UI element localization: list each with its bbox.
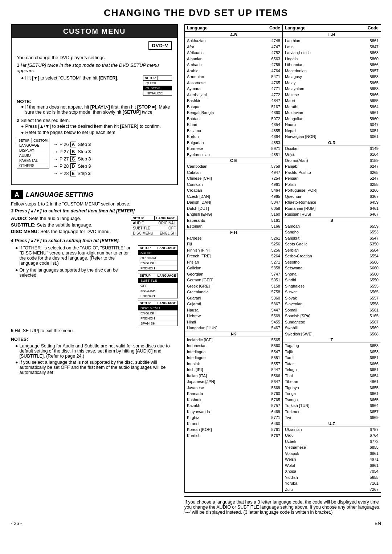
page-footer: - 26 - EN (11, 521, 381, 526)
list-item: Gujarati5367 (185, 301, 282, 307)
list-item: Esperanto5161 (185, 217, 282, 224)
list-item: Occitan6149 (283, 146, 381, 152)
list-item: Bashkir4847 (185, 98, 282, 104)
list-item: Welsh4971 (283, 456, 381, 463)
list-item: Quechua6367 (283, 194, 381, 200)
list-item: Bulgarian4853 (185, 140, 282, 146)
list-item: Assamese4765 (185, 80, 282, 86)
note-2: If you select a language that is not sup… (20, 360, 178, 375)
list-item: Amharic4759 (185, 62, 282, 68)
list-item: Polish6258 (283, 182, 381, 188)
note-1: Language Setting for Audio and Subtitle … (20, 343, 178, 359)
list-item: Afar4747 (185, 44, 282, 50)
list-item: Oriya6164 (283, 151, 381, 158)
page-title: CHANGING THE DVD SET UP ITEMS (11, 7, 381, 19)
list-item: Norwegian [NOR]6061 (283, 134, 381, 140)
list-item: Wolof6961 (283, 463, 381, 469)
list-item: Kirghiz5771 (185, 415, 282, 421)
list-item: Javanese5669 (185, 385, 282, 391)
step4-bullet2: Only the languages supported by the disc… (20, 268, 134, 278)
audio-label: AUDIO: (11, 216, 28, 221)
list-item: Sundanese6567 (283, 319, 381, 325)
step4-screenshots: SETUP LANGUAGE AUDIO ORIGINAL ENGLISH FR… (138, 245, 178, 326)
list-item: Bihari4854 (185, 122, 282, 128)
list-item: Somali6561 (283, 307, 381, 313)
list-item: Rhaeto-Romance6459 (283, 199, 381, 205)
section-divider: O-R (283, 140, 381, 146)
footer-left: - 26 - (11, 521, 22, 526)
left-col-lang-header: Language (187, 25, 266, 30)
list-item: Abkhazian4748 (185, 38, 282, 44)
language-setting-section: A LANGUAGE SETTING Follow steps 1 to 2 i… (11, 190, 178, 375)
list-item: Bislama4855 (185, 128, 282, 134)
audio-screen: SETUP LANGUAGE AUDIO ORIGINAL ENGLISH FR… (138, 245, 178, 271)
list-item: Ukrainian6757 (283, 427, 381, 433)
section-divider: C-E (185, 158, 282, 163)
subtitle-desc: Sets the subtitle language. (37, 222, 93, 228)
list-item: Croatian5464 (185, 187, 282, 194)
custom-menu-box: CUSTOM MENU DVD-V You can change the DVD… (11, 24, 178, 185)
list-item: Kurdish5767 (185, 433, 282, 439)
list-item: Byelorussian4851 (185, 152, 282, 158)
list-item: Samoan6559 (283, 223, 381, 229)
bottom-note: If you choose a language that has a 3 le… (184, 496, 381, 515)
list-item: Bhutani5072 (185, 116, 282, 122)
list-item: Portuguese [POR]6266 (283, 187, 381, 194)
list-item: Slovak6557 (283, 295, 381, 301)
list-item: Tonga6661 (283, 391, 381, 397)
list-item: Sesotho6566 (283, 259, 381, 265)
step5-text: Hit [SETUP] to exit the menu. (15, 328, 74, 333)
list-item: Kashmiri5765 (185, 397, 282, 403)
list-item: Greek [GRE]5158 (185, 283, 282, 289)
lang-setting-letter: A (11, 190, 23, 199)
list-item: Swahili6569 (283, 325, 381, 331)
list-item: Lingala5860 (283, 56, 381, 62)
list-item: Catalan4947 (185, 170, 282, 176)
step2-bullet: Press [▲/▼] to select the desired item t… (25, 124, 161, 129)
list-item: Finnish [FIN]5256 (185, 247, 282, 253)
list-item: Volapuk6861 (283, 451, 381, 457)
list-item: Twi6669 (283, 415, 381, 421)
list-item: Malayalam5958 (283, 86, 381, 92)
list-item: Sangho6553 (283, 229, 381, 235)
list-item: Marathi5964 (283, 104, 381, 110)
step1-bullet: Hit [▼] to select "CUSTOM" then hit [ENT… (25, 76, 119, 81)
list-item: Latvian;Lettish5868 (283, 50, 381, 56)
list-item: Tigrinya6655 (283, 385, 381, 391)
list-item: Tamil6651 (283, 355, 381, 361)
list-item: Maori5955 (283, 98, 381, 104)
list-item: Czech [DAN]4965 (185, 194, 282, 200)
list-item: Tajik6653 (283, 349, 381, 355)
list-item: Basque5167 (185, 104, 282, 110)
list-item: Burmese5971 (185, 146, 282, 152)
list-item: German [GER]5051 (185, 277, 282, 283)
list-item: Latin5847 (283, 44, 381, 50)
list-item: Uzbek6772 (283, 439, 381, 445)
lang-column-right: Language Code L-NLaothian5861Latin5847La… (283, 25, 381, 492)
footer-right: EN (375, 521, 381, 526)
language-screen1: SETUP LANGUAGE AUDIOORIGINAL SUBTITLEOFF… (131, 216, 178, 236)
list-item: Kannada5760 (185, 391, 282, 397)
list-item: Aymara4771 (185, 86, 282, 92)
list-item: Slovenian6558 (283, 301, 381, 307)
note-label: NOTE: (17, 99, 31, 104)
list-item: Guarani5360 (185, 295, 282, 301)
list-item: Yiddish5655 (283, 474, 381, 481)
list-item: Tibetan4861 (283, 379, 381, 385)
list-item: Zulu7267 (283, 486, 381, 493)
list-item: Corsican4961 (185, 182, 282, 188)
note-bullet-1: If the menu does not appear, hit [PLAY ▷… (25, 104, 172, 115)
list-item: Persian5247 (283, 175, 381, 182)
custom-menu-title: CUSTOM MENU (12, 25, 177, 38)
steps-diagram: SETUP CUSTOM LANGUAGE DISPLAY AUDIO PARE… (17, 138, 172, 176)
list-item: Xhosa7054 (283, 468, 381, 474)
section-divider: F-H (185, 229, 282, 235)
list-item: Hindi5455 (185, 319, 282, 325)
list-item: Sanskrit6547 (283, 235, 381, 241)
lang-column-left: Language Code A-BAbkhazian4748Afar4747Af… (185, 25, 283, 492)
right-lang-rows: L-NLaothian5861Latin5847Latvian;Lettish5… (283, 32, 381, 492)
list-item: Russian [RUS]6467 (283, 211, 381, 217)
list-item: Nauru6047 (283, 122, 381, 128)
list-item: Oromo(Afan)6159 (283, 158, 381, 164)
step2-text: Select the desired item. (21, 118, 70, 123)
